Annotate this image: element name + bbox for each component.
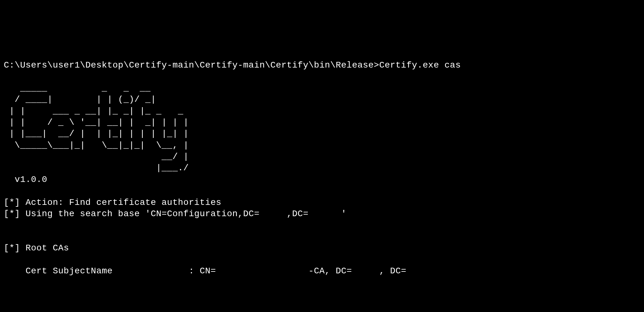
version-text: v1.0.0 [4, 175, 47, 184]
cert-subjectname-line: Cert SubjectName : CN= -CA, DC= , DC= [4, 266, 406, 276]
root-cas-header: [*] Root CAs [4, 243, 69, 253]
command-prompt-line: C:\Users\user1\Desktop\Certify-main\Cert… [4, 60, 461, 70]
terminal-window[interactable]: C:\Users\user1\Desktop\Certify-main\Cert… [4, 48, 640, 277]
search-base-output-line: [*] Using the search base 'CN=Configurat… [4, 209, 347, 219]
certify-ascii-banner: _____ _ _ __ / ____| | | (_)/ _| | | ___… [4, 83, 189, 173]
action-output-line: [*] Action: Find certificate authorities [4, 198, 221, 207]
